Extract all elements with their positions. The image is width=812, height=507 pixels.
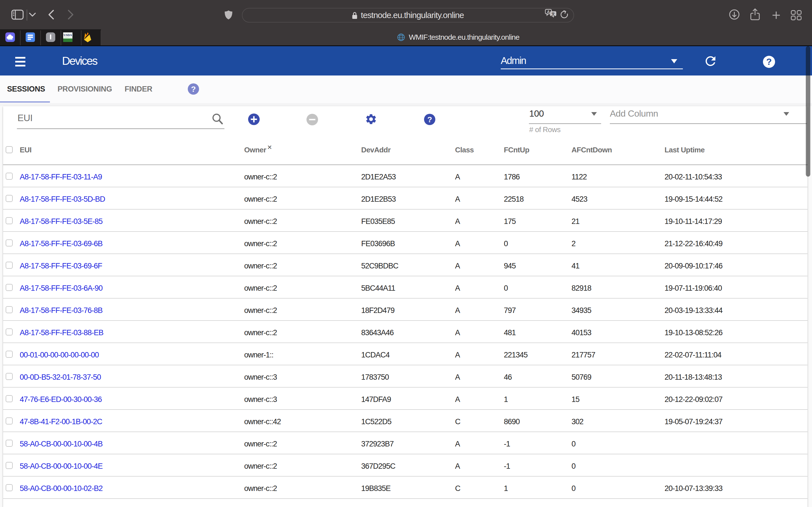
svg-text:A: A xyxy=(547,10,550,14)
svg-text:?: ? xyxy=(427,115,432,124)
svg-text:?: ? xyxy=(191,85,196,94)
svg-text:USDA: USDA xyxy=(64,33,72,37)
svg-text:?: ? xyxy=(766,57,772,67)
svg-text:文: 文 xyxy=(551,12,555,16)
